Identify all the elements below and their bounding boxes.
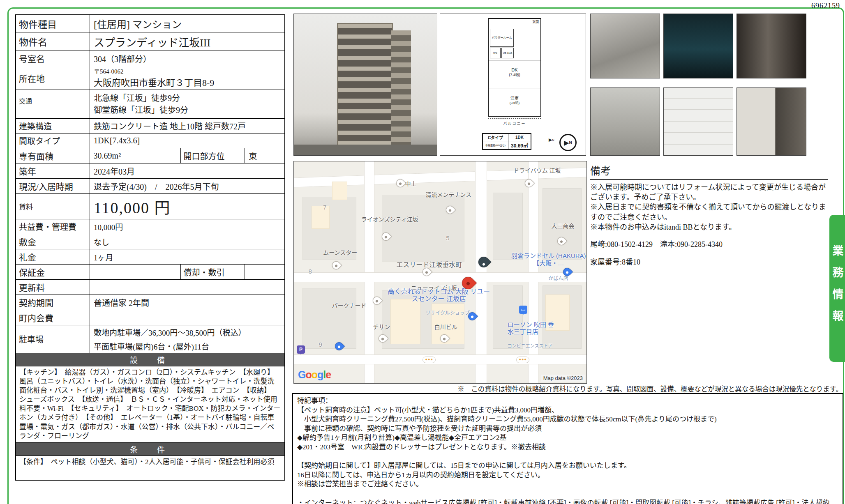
map-building (332, 182, 348, 200)
table-row: 賃料 110,000 円 (16, 193, 284, 219)
floorplan-room-label: 洋室 (3.6帖) (489, 96, 540, 105)
field-value: なし (90, 234, 284, 249)
field-label: 現況/入居時期 (16, 179, 90, 193)
map-label: ムーンスター (323, 248, 357, 256)
photo-building-wing (391, 30, 411, 146)
field-label: 建築構造 (16, 119, 90, 133)
notes-line: 小型犬飼育時クリーニング費27,500円(税込)、猫飼育時クリーニング費55,0… (297, 415, 838, 424)
room-size: (3.6帖) (489, 101, 540, 105)
map-copyright: Map data ©2023 (541, 375, 585, 382)
field-value (90, 265, 180, 279)
north-arrow-icon: ▶N (549, 137, 554, 143)
field-label: 物件名 (16, 32, 90, 51)
notes-line: 16日以降に関しては、申込日から1ヵ月以内の契約始期日を設定してください。 (297, 471, 838, 480)
notes-line: 特記事項： (297, 396, 838, 406)
field-value: 鉄筋コンクリート造 地上10階 総戸数72戸 (90, 119, 284, 133)
parking-line: 敷地内駐車場／36,300円～38,500円（税込） (90, 325, 284, 339)
map-road-number: 9 (319, 341, 322, 348)
field-label: 築年 (16, 163, 90, 178)
field-value (245, 265, 284, 279)
table-row: 交通 北急線「江坂」徒歩9分 御堂筋線「江坂」徒歩9分 (16, 90, 284, 118)
notes-line: 事前に種類の確認、契約時に写真や予防接種を受けた証明書等の提出が必須 (297, 424, 838, 434)
map-label: 高く売れるドットコム 大阪 リユースセンター 江坂店 (388, 288, 490, 303)
table-row: 敷金 なし (16, 234, 284, 249)
map-label: ライオンズシティ江坂 (361, 215, 418, 223)
field-value: 304（3階部分） (90, 51, 284, 66)
field-value: [住居用] マンション (90, 15, 284, 32)
floorplan-legend: Cタイプ 1DK 専有面積(MB含む) 30.69㎡ (482, 133, 531, 150)
table-row: 物件名 スプランディッド江坂III (16, 32, 284, 51)
north-letter: N (552, 139, 554, 142)
field-label: 物件種目 (16, 15, 90, 32)
location-map: 中土 清流メンテナンス ライオンズシティ江坂 5 エスリード江坂垂水町 7 ドラ… (293, 161, 587, 384)
field-label: 開口部方位 (180, 148, 245, 163)
google-logo: Google (298, 369, 331, 381)
map-label: リサイクルショップ (425, 309, 469, 316)
legend-area-value: 30.69㎡ (508, 141, 531, 150)
notes-line: 【契約始期日に関して】即入居部屋に関しては、15日までの申込に関しては月内入居を… (297, 461, 838, 471)
map-road (293, 354, 587, 364)
field-value (90, 310, 284, 325)
dk-name: DK (489, 67, 540, 73)
field-value: 北急線「江坂」徒歩9分 御堂筋線「江坂」徒歩9分 (90, 90, 284, 118)
floorplan-wc: WC (490, 48, 501, 58)
field-label: 号室名 (16, 51, 90, 66)
field-value: 敷地内駐車場／36,300円～38,500円（税込） 平面駐車場(屋内)6台・(… (90, 325, 284, 353)
field-label: 所在地 (16, 66, 90, 90)
remarks-line: ※本物件のお申込みはitandi BBとなります。 (590, 222, 828, 232)
field-value (90, 280, 284, 295)
table-row: 専有面積 30.69m² 開口部方位 東 (16, 148, 284, 163)
legend-area-label: 専有面積(MB含む) (483, 141, 508, 150)
property-table: 物件種目 [住居用] マンション 物件名 スプランディッド江坂III 号室名 3… (15, 14, 285, 481)
map-label: パークナード (332, 301, 367, 309)
remarks-contacts: 尾﨑:080-1502-4129 滝本:090-2285-4340 (590, 239, 828, 249)
equipment-text: 【キッチン】 給湯器（ガス）・ガスコンロ（2口）・システムキッチン 【水廻り】 … (16, 366, 284, 442)
notes-line: ◆解約予告1ヶ月前(月割り計算)◆高温差し湯機能◆全戸エアコン2基 (297, 433, 838, 443)
map-pin-store-icon: ▭ (519, 306, 527, 314)
map-pin-parking-icon: P (297, 345, 305, 354)
legend-type: Cタイプ (483, 133, 508, 141)
field-label: 交通 (16, 90, 90, 118)
floorplan-ub: UB 1116 (501, 48, 514, 58)
map-road-number: 7 (323, 204, 326, 211)
field-label: 保証金 (16, 265, 90, 279)
floorplan-entrance-label: 玄関 (532, 20, 539, 24)
map-block (493, 285, 523, 348)
conditions-text: 【条件】 ペット相談（小型犬、猫可）・2人入居可能・子供可・保証会社利用必須 (16, 456, 284, 480)
notes-line: ※相談は営業担当までご連絡ください。 (297, 480, 838, 489)
notes-line: ◆201・203号室 WIC内設置のドレッサーはプレゼントとなります。※撤去相談 (297, 443, 838, 452)
field-label: 駐車場 (16, 325, 90, 353)
notes-line (297, 452, 838, 462)
field-label: 礼金 (16, 249, 90, 264)
transit-icon: ●●● (422, 357, 436, 363)
field-value: 退去予定(4/30) / 2026年5月下旬 (90, 179, 284, 193)
property-flyer: 6962159 物件種目 [住居用] マンション 物件名 スプランディッド江坂I… (0, 0, 845, 504)
dk-size: (7.4帖) (489, 73, 540, 77)
photo-thumbnail-parking (590, 87, 660, 156)
table-row: 築年 2024年03月 (16, 163, 284, 178)
zip-code: 〒564-0062 (94, 67, 281, 75)
remarks-line: ※入居可能時期についてはリフォーム状況によって変更が生じる場合がございます。予め… (590, 182, 828, 203)
table-row: 契約期間 普通借家 2年間 (16, 295, 284, 310)
photo-thumbnail-hallway (736, 14, 806, 78)
field-value: 東 (245, 148, 284, 163)
table-row: 町内会費 (16, 310, 284, 325)
remarks-house-number: 家屋番号:8番10 (590, 257, 828, 267)
field-label: 敷金 (16, 234, 90, 249)
notes-line (297, 489, 838, 499)
legend-layout: 1DK (508, 133, 531, 141)
map-label: 白川ビル (434, 322, 457, 331)
field-value: 普通借家 2年間 (90, 295, 284, 310)
photo-thumbnail-mailboxes (663, 87, 733, 156)
field-label: 専有面積 (16, 148, 90, 163)
field-value: 10,000円 (90, 219, 284, 234)
floorplan-divider (489, 88, 540, 88)
field-label: 賃料 (16, 194, 90, 219)
table-row: 物件種目 [住居用] マンション (16, 15, 284, 32)
field-value: 2024年03月 (90, 163, 284, 178)
table-row: 駐車場 敷地内駐車場／36,300円～38,500円（税込） 平面駐車場(屋内)… (16, 325, 284, 353)
photo-thumbnail-corridor (736, 87, 806, 156)
field-label: 更新料 (16, 280, 90, 295)
table-row: 間取タイプ 1DK[7.4x3.6] (16, 133, 284, 148)
transit-line: 北急線「江坂」徒歩9分 (94, 92, 281, 104)
